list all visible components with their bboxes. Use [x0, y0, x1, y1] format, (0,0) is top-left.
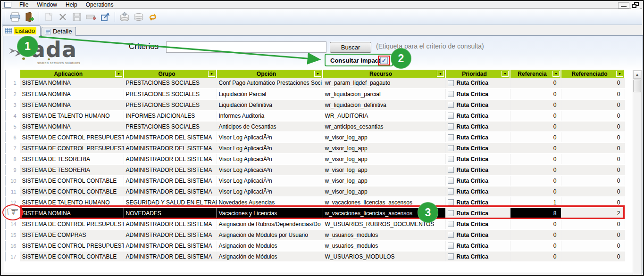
cell-grupo: PRESTACIONES SOCIALES — [124, 121, 217, 132]
tab-detalle-label: Detalle — [53, 28, 72, 35]
restore-button[interactable] — [631, 1, 640, 9]
filter-dropdown-icon[interactable]: ▼ — [502, 71, 509, 77]
scroll-up-icon[interactable]: ▲ — [633, 71, 641, 79]
table-row[interactable]: 5SISTEMA NOMINAPRESTACIONES SOCIALESAnti… — [6, 121, 625, 132]
criterios-input[interactable] — [166, 41, 326, 53]
ruta-critica-label: Ruta Crítica — [457, 134, 488, 141]
scrollbar-thumb[interactable] — [633, 80, 641, 92]
filter-dropdown-icon[interactable]: ▼ — [437, 71, 444, 77]
cell-aplicacion: SISTEMA DE TESORERIA — [20, 154, 124, 164]
row-number: 16 — [6, 240, 20, 251]
table-row[interactable]: 9SISTEMA DE TESORERIAADMINISTRADOR DEL S… — [6, 164, 625, 175]
cell-referenciado: 0 — [561, 121, 625, 132]
export-icon[interactable] — [99, 11, 112, 23]
tab-listado-label: Listado — [14, 27, 36, 34]
ruta-critica-checkbox[interactable] — [448, 188, 454, 195]
delete-icon[interactable] — [56, 11, 69, 23]
table-row[interactable]: 1SISTEMA NOMINAPRESTACIONES SOCIALESConf… — [6, 78, 625, 89]
ruta-critica-label: Ruta Crítica — [457, 188, 488, 195]
cell-recurso: wr_anticipos_cesantias — [323, 121, 445, 132]
ruta-critica-checkbox[interactable] — [448, 243, 454, 249]
print-icon[interactable] — [8, 11, 22, 23]
save-icon[interactable] — [70, 11, 84, 23]
table-row[interactable]: 11SISTEMA DE CONTROL CONTABLEADMINISTRAD… — [6, 186, 625, 197]
column-header-grupo: Grupo▼ — [124, 70, 217, 78]
ruta-critica-checkbox[interactable] — [448, 91, 454, 97]
ruta-critica-checkbox[interactable] — [448, 167, 454, 173]
cell-aplicacion: SISTEMA DE CONTROL PRESUPUESTAL — [20, 240, 124, 251]
cell-aplicacion: SISTEMA DE TALENTO HUMANO — [20, 110, 124, 121]
ruta-critica-checkbox[interactable] — [448, 232, 454, 238]
tab-listado[interactable]: Listado — [2, 25, 41, 36]
table-row[interactable]: 8SISTEMA DE TESORERIAADMINISTRADOR DEL S… — [6, 154, 625, 164]
ruta-critica-checkbox[interactable] — [448, 134, 454, 140]
cell-referencia: 0 — [510, 175, 561, 186]
cell-recurso: W_USUARIOS_MODULOS — [323, 251, 445, 262]
ruta-critica-checkbox[interactable] — [448, 123, 454, 130]
cell-opcion: Liquidación Parcial — [217, 89, 323, 99]
new-icon[interactable] — [42, 11, 55, 23]
cell-recurso: w_visor_log_app — [323, 175, 445, 186]
table-row[interactable]: 15SISTEMA DE COMPRASADMINISTRADOR DEL SI… — [6, 229, 625, 240]
ruta-critica-label: Ruta Crítica — [457, 253, 488, 260]
system-menu-icon[interactable] — [4, 2, 11, 8]
consultar-impacto-checkbox[interactable]: ✓ — [380, 57, 388, 64]
ruta-critica-checkbox[interactable] — [448, 145, 454, 151]
ruta-critica-checkbox[interactable] — [448, 113, 454, 119]
insert-icon[interactable] — [84, 11, 98, 23]
cell-referenciado: 0 — [561, 110, 625, 121]
table-row[interactable]: 7SISTEMA DE CONTROL PRESUPUESTALADMINIST… — [6, 143, 625, 154]
cell-referencia: 0 — [510, 240, 561, 251]
menu-operations[interactable]: Operations — [82, 1, 118, 8]
copy-up-icon[interactable] — [118, 11, 131, 23]
row-number: 2 — [6, 89, 20, 99]
table-row[interactable]: 10SISTEMA DE CONTROL CONTABLEADMINISTRAD… — [6, 175, 625, 186]
ruta-critica-checkbox[interactable] — [448, 102, 454, 108]
criterios-label: Criterios — [129, 42, 159, 51]
filter-dropdown-icon[interactable]: ▼ — [616, 71, 623, 77]
filter-dropdown-icon[interactable]: ▼ — [115, 71, 122, 77]
table-row[interactable]: 17SISTEMA DE CONTROL CONTABLEADMINISTRAD… — [6, 251, 625, 262]
cell-referencia: 0 — [510, 251, 561, 262]
ruta-critica-checkbox[interactable] — [448, 221, 454, 227]
vertical-scrollbar[interactable]: ▲ ▼ — [633, 70, 642, 276]
toolbar — [2, 9, 642, 25]
row-number: 5 — [6, 121, 20, 132]
cell-referencia: 0 — [510, 121, 561, 132]
cell-recurso: w_visor_log_app — [323, 132, 445, 143]
ruta-critica-checkbox[interactable] — [448, 178, 454, 184]
table-row[interactable]: 4SISTEMA DE TALENTO HUMANOINFORMES ADICI… — [6, 110, 625, 121]
minimize-button[interactable] — [618, 2, 629, 8]
exit-icon[interactable] — [23, 11, 36, 23]
table-row[interactable]: 16SISTEMA DE CONTROL PRESUPUESTALADMINIS… — [6, 240, 625, 251]
cell-opcion: Visor Log AplicaciÃ³n — [217, 175, 323, 186]
app-window: FileWindowHelpOperations — [0, 0, 644, 276]
ruta-critica-checkbox[interactable] — [448, 80, 454, 86]
buscar-button[interactable]: Buscar — [330, 42, 371, 53]
tab-detalle[interactable]: Detalle — [42, 27, 76, 36]
copy-icon[interactable] — [132, 11, 145, 23]
ruta-critica-checkbox[interactable] — [448, 156, 454, 162]
ruta-critica-label: Ruta Crítica — [457, 232, 488, 238]
table-row[interactable]: 3SISTEMA NOMINAPRESTACIONES SOCIALESLiqu… — [6, 99, 625, 110]
cell-grupo: ADMINISTRADOR DEL SISTEMA — [124, 154, 217, 164]
cell-prioridad: Ruta Crítica — [445, 219, 510, 229]
ruta-critica-checkbox[interactable] — [448, 199, 454, 205]
menu-help[interactable]: Help — [61, 1, 82, 8]
table-row[interactable]: 14SISTEMA DE CONTROL PRESUPUESTALADMINIS… — [6, 219, 625, 229]
ruta-critica-label: Ruta Crítica — [457, 167, 488, 173]
filter-dropdown-icon[interactable]: ▼ — [208, 71, 215, 77]
filter-dropdown-icon[interactable]: ▼ — [314, 71, 321, 77]
table-row[interactable]: 2SISTEMA NOMINAPRESTACIONES SOCIALESLiqu… — [6, 89, 625, 99]
filter-dropdown-icon[interactable]: ▼ — [552, 71, 560, 77]
menu-bar: FileWindowHelpOperations — [2, 1, 642, 9]
cell-grupo: PRESTACIONES SOCIALES — [124, 78, 217, 89]
column-header-prioridad: Prioridad▼ — [445, 70, 510, 78]
ruta-critica-checkbox[interactable] — [448, 253, 454, 260]
menu-file[interactable]: File — [15, 1, 33, 8]
refresh-icon[interactable] — [146, 11, 159, 23]
cell-referencia: 0 — [510, 99, 561, 110]
menu-window[interactable]: Window — [33, 1, 61, 8]
table-row[interactable]: 6SISTEMA DE CONTROL PRESUPUESTALADMINIST… — [6, 132, 625, 143]
column-header-opcion: Opción▼ — [217, 70, 323, 78]
